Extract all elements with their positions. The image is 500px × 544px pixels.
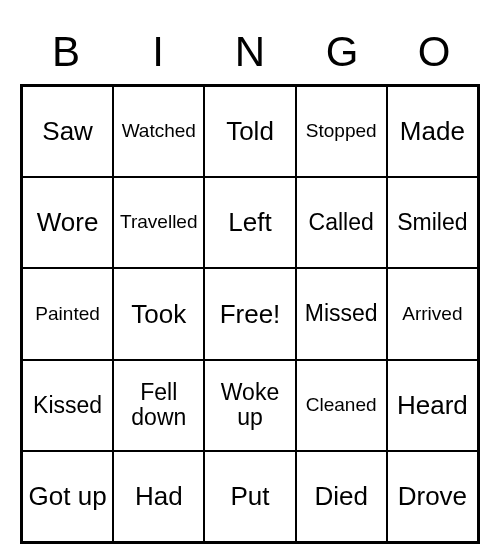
bingo-cell[interactable]: Heard bbox=[387, 360, 478, 451]
bingo-header-i: I bbox=[112, 28, 204, 76]
bingo-header-o: O bbox=[388, 28, 480, 76]
bingo-cell[interactable]: Got up bbox=[22, 451, 113, 542]
bingo-cell[interactable]: Drove bbox=[387, 451, 478, 542]
bingo-cell[interactable]: Took bbox=[113, 268, 204, 359]
bingo-cell[interactable]: Fell down bbox=[113, 360, 204, 451]
bingo-grid: SawWatchedToldStoppedMadeWoreTravelledLe… bbox=[20, 84, 480, 544]
bingo-cell[interactable]: Free! bbox=[204, 268, 295, 359]
bingo-cell[interactable]: Made bbox=[387, 86, 478, 177]
bingo-cell[interactable]: Missed bbox=[296, 268, 387, 359]
bingo-cell[interactable]: Travelled bbox=[113, 177, 204, 268]
bingo-cell[interactable]: Called bbox=[296, 177, 387, 268]
bingo-cell[interactable]: Painted bbox=[22, 268, 113, 359]
bingo-header-b: B bbox=[20, 28, 112, 76]
bingo-cell[interactable]: Had bbox=[113, 451, 204, 542]
bingo-cell[interactable]: Arrived bbox=[387, 268, 478, 359]
bingo-cell[interactable]: Put bbox=[204, 451, 295, 542]
bingo-cell[interactable]: Wore bbox=[22, 177, 113, 268]
bingo-cell[interactable]: Died bbox=[296, 451, 387, 542]
bingo-cell[interactable]: Kissed bbox=[22, 360, 113, 451]
bingo-cell[interactable]: Saw bbox=[22, 86, 113, 177]
bingo-cell[interactable]: Smiled bbox=[387, 177, 478, 268]
bingo-cell[interactable]: Told bbox=[204, 86, 295, 177]
bingo-cell[interactable]: Woke up bbox=[204, 360, 295, 451]
bingo-header-n: N bbox=[204, 28, 296, 76]
bingo-card: B I N G O SawWatchedToldStoppedMadeWoreT… bbox=[20, 28, 480, 544]
bingo-header-g: G bbox=[296, 28, 388, 76]
bingo-header-row: B I N G O bbox=[20, 28, 480, 76]
bingo-cell[interactable]: Left bbox=[204, 177, 295, 268]
bingo-cell[interactable]: Stopped bbox=[296, 86, 387, 177]
bingo-cell[interactable]: Cleaned bbox=[296, 360, 387, 451]
bingo-cell[interactable]: Watched bbox=[113, 86, 204, 177]
